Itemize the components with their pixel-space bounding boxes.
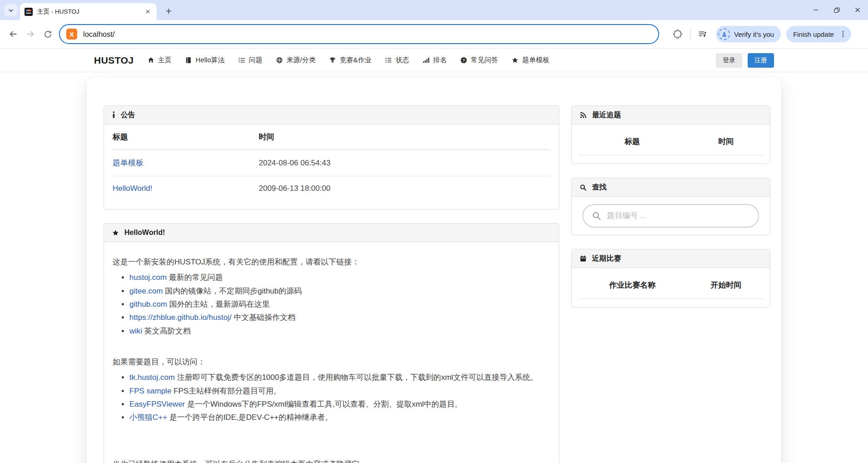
link[interactable]: EasyFPSViewer: [129, 400, 185, 408]
list-item: https://zhblue.github.io/hustoj/ 中文基础操作文…: [129, 312, 550, 324]
brand-logo[interactable]: HUSTOJ: [94, 55, 134, 66]
star-icon: [112, 229, 119, 236]
content-card: 公告 标题 时间 题单模板 2024-08-06 06:54: [87, 78, 781, 463]
rss-icon: [580, 112, 587, 119]
link[interactable]: github.com: [129, 300, 167, 309]
url-text: localhost/: [83, 30, 115, 39]
nav-item-ranklist[interactable]: 排名: [423, 56, 447, 65]
xampp-site-icon[interactable]: X: [66, 29, 77, 40]
link[interactable]: gitee.com: [129, 287, 163, 295]
panel-title: HelloWorld!: [124, 229, 165, 237]
search-icon: [580, 184, 587, 191]
link[interactable]: 小熊猫C++: [129, 413, 167, 422]
window-controls: [805, 0, 868, 20]
site-navbar: HUSTOJ 主页 Hello算法 问题 来源/分类 竞赛&作业: [0, 49, 868, 72]
nav-item-problems[interactable]: 问题: [238, 56, 262, 65]
helloworld-panel: HelloWorld! 这是一个新安装的HUSTOJ系统，有关它的使用和配置，请…: [104, 223, 559, 463]
link[interactable]: hustoj.com: [129, 273, 167, 282]
browser-toolbar: X localhost/ Verify it's you Finish upda…: [0, 20, 868, 49]
back-button[interactable]: [5, 25, 22, 43]
tab-search-button[interactable]: [4, 4, 18, 16]
new-tab-button[interactable]: [162, 5, 175, 17]
nav-item-home[interactable]: 主页: [148, 56, 172, 65]
list-item: EasyFPSViewer 是一个Windows下的FPS/xml编辑查看工具,…: [129, 398, 550, 410]
column-contest-name: 作业比赛名称: [577, 280, 688, 290]
column-title: 标题: [577, 136, 688, 147]
close-window-button[interactable]: [847, 0, 868, 20]
info-icon: [112, 111, 115, 119]
star-icon: [512, 57, 518, 64]
list-item: wiki 英文高阶文档: [129, 325, 550, 337]
person-icon: [721, 31, 727, 37]
column-start-time: 开始时间: [688, 280, 764, 290]
table-header: 作业比赛名称 开始时间: [577, 274, 764, 299]
globe-icon: [276, 57, 283, 64]
nav-item-problem-set[interactable]: 题单模板: [512, 56, 549, 65]
links-list-1: hustoj.com 最新的常见问题 gitee.com 国内的镜像站，不定期同…: [113, 272, 550, 337]
helloworld-body: 这是一个新安装的HUSTOJ系统，有关它的使用和配置，请看以下链接： husto…: [104, 242, 559, 463]
nav-item-faq[interactable]: ? 常见问答: [460, 56, 498, 65]
extensions-button[interactable]: [669, 25, 686, 43]
tab-strip: 主页 - HUSTOJ: [0, 0, 868, 20]
media-controls-button[interactable]: [694, 25, 711, 43]
announcements-header: 公告: [104, 106, 559, 124]
announcement-link[interactable]: 题单模板: [113, 159, 143, 167]
side-column: 最近追题 标题 时间 查找: [571, 105, 770, 321]
link[interactable]: FPS sample: [129, 387, 172, 395]
links-list-2: tk.hustoj.com 注册即可下载免费专区的1000多道题目，使用购物车可…: [113, 372, 550, 423]
link[interactable]: wiki: [129, 327, 142, 335]
register-button[interactable]: 注册: [748, 53, 774, 68]
announcements-rows: 题单模板 2024-08-06 06:54:43 HelloWorld! 200…: [113, 150, 550, 201]
finish-update-chip[interactable]: Finish update: [786, 26, 851, 42]
panel-title: 查找: [592, 183, 607, 192]
reload-button[interactable]: [39, 25, 56, 43]
nav-item-sources[interactable]: 来源/分类: [276, 56, 316, 65]
table-divider: [578, 155, 763, 155]
forward-button[interactable]: [22, 25, 39, 43]
recent-contests-header: 近期比赛: [572, 249, 770, 268]
announcement-time: 2024-08-06 06:54:43: [259, 159, 550, 168]
main-column: 公告 标题 时间 题单模板 2024-08-06 06:54: [104, 105, 559, 463]
trophy-icon: [329, 57, 336, 64]
plus-icon: [165, 8, 172, 15]
column-time: 时间: [259, 132, 550, 142]
login-button[interactable]: 登录: [716, 53, 742, 68]
panel-title: 最近追题: [592, 110, 621, 120]
browser-tab[interactable]: 主页 - HUSTOJ: [20, 3, 157, 20]
close-icon: [855, 7, 860, 13]
link[interactable]: https://zhblue.github.io/hustoj/: [129, 313, 232, 322]
nav-item-hello-algo[interactable]: Hello算法: [185, 56, 225, 65]
recent-problems-header: 最近追题: [572, 106, 770, 124]
link[interactable]: tk.hustoj.com: [129, 373, 175, 382]
puzzle-icon: [673, 29, 683, 39]
panel-title: 近期比赛: [592, 254, 621, 264]
browser-menu-button[interactable]: [838, 27, 848, 41]
helloworld-header: HelloWorld!: [104, 224, 559, 242]
list-item: tk.hustoj.com 注册即可下载免费专区的1000多道题目，使用购物车可…: [129, 372, 550, 383]
restore-button[interactable]: [826, 0, 847, 20]
hustoj-favicon: [25, 8, 33, 16]
address-bar[interactable]: X localhost/: [59, 24, 659, 44]
question-circle-icon: ?: [460, 57, 467, 64]
tab-title: 主页 - HUSTOJ: [37, 8, 138, 16]
list-item: 小熊猫C++ 是一个跨平台的IDE,是DEV-C++的精神继承者。: [129, 412, 550, 423]
problem-search-input[interactable]: [607, 211, 750, 220]
announcement-link[interactable]: HelloWorld!: [113, 184, 153, 193]
nav-item-status[interactable]: 状态: [385, 56, 409, 65]
reload-icon: [43, 30, 53, 39]
footer-paragraph: 当你已经熟练使用本系统，可以在后台公告列表编辑本页内容或者隐藏它。: [113, 458, 550, 463]
close-icon: [145, 9, 150, 14]
minimize-button[interactable]: [805, 0, 826, 20]
tab-close-button[interactable]: [143, 7, 152, 16]
book-icon: [185, 57, 192, 64]
back-arrow-icon: [8, 29, 18, 39]
forward-arrow-icon: [25, 29, 35, 39]
recent-problems-panel: 最近追题 标题 时间: [571, 105, 770, 164]
search-panel: 查找: [571, 178, 770, 235]
nav-item-contests[interactable]: 竞赛&作业: [329, 56, 371, 65]
need-problems-paragraph: 如果需要题目，可以访问：: [113, 356, 550, 368]
home-icon: [148, 57, 154, 64]
announcement-row: 题单模板 2024-08-06 06:54:43: [113, 150, 550, 176]
verify-its-you-chip[interactable]: Verify it's you: [716, 26, 781, 42]
table-divider: [578, 299, 763, 299]
